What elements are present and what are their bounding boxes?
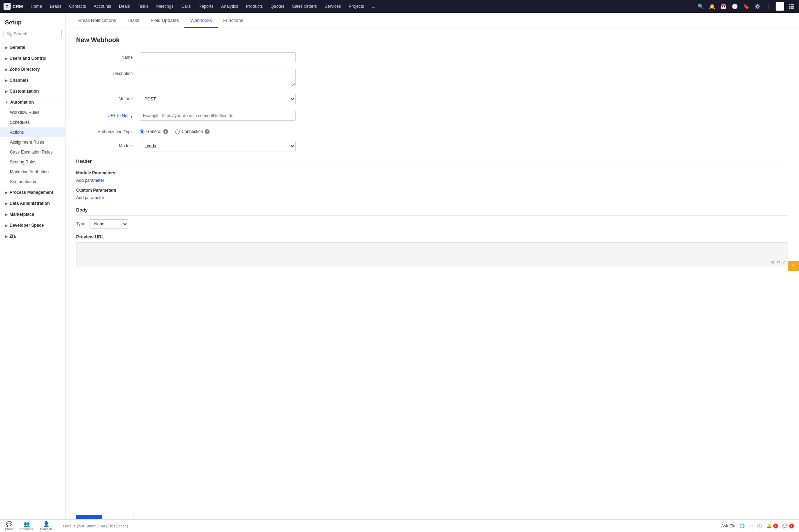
- tab-field-updates[interactable]: Field Updates: [145, 13, 184, 28]
- module-select[interactable]: Leads Contacts Accounts Deals: [140, 141, 296, 151]
- auth-connection-radio[interactable]: [175, 129, 180, 134]
- auth-general-radio[interactable]: [140, 129, 144, 134]
- nav-tasks[interactable]: Tasks: [135, 0, 152, 13]
- tab-tasks[interactable]: Tasks: [122, 13, 145, 28]
- nav-leads[interactable]: Leads: [47, 0, 64, 13]
- sidebar-group-data-header[interactable]: ▶ Data Administration: [0, 198, 65, 209]
- main-content: Email Notifications Tasks Field Updates …: [65, 13, 799, 532]
- chevron-icon: ▶: [5, 89, 8, 93]
- description-control: [140, 69, 296, 87]
- nav-services[interactable]: Services: [322, 0, 344, 13]
- sidebar-group-developer-header[interactable]: ▶ Developer Space: [0, 220, 65, 231]
- auth-radio-group: General i Connection i: [140, 127, 296, 134]
- grid-icon[interactable]: [787, 2, 795, 11]
- description-label: Description: [76, 69, 140, 76]
- sidebar-group-marketplace-header[interactable]: ▶ Marketplace: [0, 209, 65, 220]
- auth-connection-info-icon[interactable]: i: [205, 129, 210, 134]
- sidebar-item-case-escalation-rules[interactable]: Case Escalation Rules: [0, 147, 65, 157]
- auth-general-info-icon[interactable]: i: [163, 129, 168, 134]
- sidebar-group-process-header[interactable]: ▶ Process Management: [0, 187, 65, 198]
- name-input[interactable]: [140, 52, 296, 62]
- chat-bottom-icon[interactable]: 💬1: [782, 524, 794, 528]
- ask-zia-button[interactable]: Ask Zia: [721, 524, 735, 528]
- divider: |: [764, 2, 773, 11]
- translate-icon[interactable]: 🌐: [740, 524, 745, 528]
- url-row: URL to Notify: [76, 111, 788, 121]
- sidebar-search-input[interactable]: [14, 31, 58, 36]
- sidebar-group-customization-header[interactable]: ▶ Customization: [0, 86, 65, 97]
- body-type-select[interactable]: None JSON XML Form Data: [90, 219, 128, 229]
- nav-analytics[interactable]: Analytics: [218, 0, 241, 13]
- sidebar-item-actions[interactable]: Actions: [0, 127, 65, 137]
- nav-icons: 🔍 🔔 📅 🕐 🔖 ⚙️ |: [696, 2, 795, 11]
- notifications-bottom-icon[interactable]: 🔔1: [766, 524, 778, 528]
- add-custom-param-link[interactable]: Add parameter: [76, 195, 104, 200]
- clock-bottom-icon[interactable]: 🕐: [757, 524, 762, 528]
- nav-quotes[interactable]: Quotes: [268, 0, 287, 13]
- expand-icon[interactable]: ⤢: [782, 260, 786, 265]
- nav-products[interactable]: Products: [243, 0, 266, 13]
- nav-calls[interactable]: Calls: [178, 0, 194, 13]
- nav-projects[interactable]: Projects: [346, 0, 367, 13]
- body-type-label: Type: [76, 221, 85, 226]
- user-avatar[interactable]: [776, 2, 784, 11]
- contacts-icon: 👥: [24, 521, 30, 527]
- sidebar-group-automation: ▼ Automation Workflow Rules Schedules Ac…: [0, 97, 65, 187]
- auth-general-option[interactable]: General i: [140, 129, 168, 134]
- add-module-param-link[interactable]: Add parameter: [76, 178, 104, 183]
- sidebar-item-marketing-attribution[interactable]: Marketing Attribution: [0, 167, 65, 177]
- sidebar-group-automation-header[interactable]: ▼ Automation: [0, 97, 65, 108]
- nav-meetings[interactable]: Meetings: [153, 0, 176, 13]
- nav-more[interactable]: ...: [369, 0, 378, 13]
- nav-reports[interactable]: Reports: [196, 0, 216, 13]
- search-icon[interactable]: 🔍: [696, 2, 705, 11]
- nav-home[interactable]: Home: [28, 0, 45, 13]
- sidebar-group-zoho: ▶ Zoho Directory: [0, 64, 65, 75]
- tab-webhooks[interactable]: Webhooks: [184, 13, 217, 28]
- undo-icon[interactable]: ↩: [749, 524, 753, 528]
- app-logo: Z CRM: [4, 3, 23, 10]
- bottom-contacts2[interactable]: 👤 Contacts: [40, 521, 53, 531]
- sidebar-item-schedules[interactable]: Schedules: [0, 117, 65, 127]
- bottom-contacts[interactable]: 👥 Contacts: [21, 521, 33, 531]
- settings-icon[interactable]: ⚙️: [753, 2, 761, 11]
- auth-label: Authorization Type: [76, 127, 140, 134]
- sidebar-item-scoring-rules[interactable]: Scoring Rules: [0, 157, 65, 167]
- auth-control: General i Connection i: [140, 127, 296, 134]
- nav-accounts[interactable]: Accounts: [91, 0, 114, 13]
- notifications-icon[interactable]: 🔔: [708, 2, 716, 11]
- bookmark-icon[interactable]: 🔖: [742, 2, 750, 11]
- auth-connection-option[interactable]: Connection i: [175, 129, 210, 134]
- chevron-icon: ▶: [5, 224, 8, 227]
- sidebar-group-channels-header[interactable]: ▶ Channels: [0, 75, 65, 86]
- sidebar-item-segmentation[interactable]: Segmentation: [0, 177, 65, 187]
- sidebar-item-assignment-rules[interactable]: Assignment Rules: [0, 137, 65, 147]
- preview-url-section: Preview URL ⧉ ↺ ⤢: [76, 234, 788, 267]
- bottom-chats[interactable]: 💬 Chats: [5, 521, 13, 531]
- nav-deals[interactable]: Deals: [116, 0, 133, 13]
- refresh-icon[interactable]: ↺: [777, 260, 780, 265]
- general-label: General: [10, 45, 25, 50]
- help-diamond-button[interactable]: ?: [788, 261, 799, 271]
- copy-icon[interactable]: ⧉: [771, 260, 775, 265]
- tab-functions[interactable]: Functions: [218, 13, 249, 28]
- nav-contacts[interactable]: Contacts: [66, 0, 89, 13]
- auth-connection-label: Connection: [182, 129, 203, 134]
- calendar-icon[interactable]: 📅: [719, 2, 727, 11]
- sidebar-group-zia-header[interactable]: ▶ Zia: [0, 231, 65, 242]
- tab-email-notifications[interactable]: Email Notifications: [73, 13, 122, 28]
- nav-sales-orders[interactable]: Sales Orders: [289, 0, 320, 13]
- sidebar-group-data: ▶ Data Administration: [0, 198, 65, 209]
- method-select[interactable]: POST GET PUT PATCH DELETE: [140, 94, 296, 104]
- sidebar-item-workflow-rules[interactable]: Workflow Rules: [0, 108, 65, 117]
- sidebar-group-zia: ▶ Zia: [0, 231, 65, 242]
- description-input[interactable]: [140, 69, 296, 86]
- notification-badge-1: 1: [773, 524, 778, 528]
- url-input[interactable]: [140, 111, 296, 121]
- webhook-form: New Webhook Name Description: [65, 28, 799, 509]
- clock-icon[interactable]: 🕐: [730, 2, 739, 11]
- sidebar-group-zoho-header[interactable]: ▶ Zoho Directory: [0, 64, 65, 75]
- sidebar-group-users-header[interactable]: ▶ Users and Control: [0, 53, 65, 64]
- sidebar: Setup 🔍 ▶ General ▶ Users and Control ▶ …: [0, 13, 65, 532]
- sidebar-group-general-header[interactable]: ▶ General: [0, 42, 65, 53]
